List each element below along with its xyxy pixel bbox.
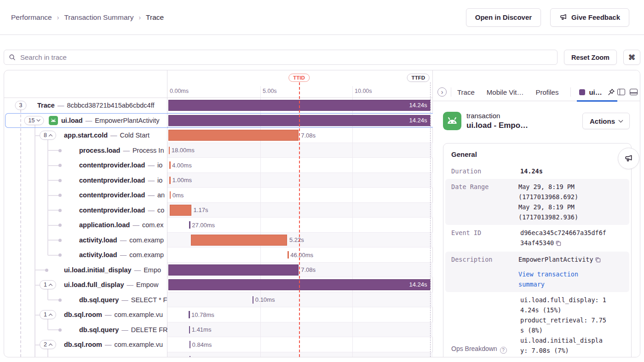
span-count-badge[interactable]: 1 <box>40 280 56 289</box>
span-bar[interactable] <box>168 130 299 141</box>
expand-panel-icon[interactable]: › <box>437 87 447 97</box>
span-label: contentprovider.load—co <box>79 203 167 218</box>
feedback-fab-button[interactable] <box>618 148 639 169</box>
span-tree-row[interactable]: contentprovider.load—io <box>4 158 167 173</box>
search-field[interactable] <box>4 50 558 65</box>
span-duration-row[interactable]: 14.24s <box>167 98 433 113</box>
span-duration-row[interactable]: 1.17s <box>167 203 433 218</box>
copy-icon[interactable] <box>555 239 561 249</box>
tab-mobile-vit[interactable]: Mobile Vit… <box>487 88 524 96</box>
ttid-marker-badge[interactable]: TTID <box>288 74 310 82</box>
span-duration-row[interactable]: 1.00ms <box>167 173 433 188</box>
span-tree-row[interactable]: 15ui.load—EmpowerPlantActivity <box>4 113 167 128</box>
kv-key: Event ID <box>451 228 520 249</box>
tab-trace[interactable]: Trace <box>457 88 475 96</box>
span-duration-row[interactable]: 7.08s <box>167 263 433 278</box>
span-bar[interactable] <box>190 341 191 348</box>
give-feedback-button[interactable]: Give Feedback <box>550 8 629 27</box>
kv-value: ui.load.full_display: 14.24s (15%)produc… <box>520 295 609 356</box>
span-bar[interactable] <box>170 191 171 199</box>
span-duration-row[interactable]: 27.00ms <box>167 218 433 233</box>
span-tree-row[interactable]: contentprovider.load—co <box>4 203 167 218</box>
span-tree-row[interactable]: db.sql.query—SELECT * F <box>4 293 167 308</box>
span-duration-row[interactable]: 0.10ms <box>167 293 433 308</box>
span-bar[interactable] <box>169 177 171 184</box>
span-tree-row[interactable]: 1ui.load.full_display—Empow <box>4 277 167 293</box>
span-bar[interactable] <box>253 296 254 304</box>
span-label: db.sql.query—DELETE FR <box>79 322 167 338</box>
span-bar[interactable] <box>190 356 191 358</box>
span-duration-label: 0.10ms <box>255 296 275 303</box>
open-in-discover-button[interactable]: Open in Discover <box>466 8 541 27</box>
chevron-up-icon <box>49 313 52 317</box>
span-duration-row[interactable]: 2.70ms <box>167 352 433 358</box>
shortcut-button[interactable]: ⌘ <box>623 50 640 65</box>
span-tree-row[interactable]: 3Trace—8cbbcd38721b415ab6cbdc4ff <box>4 98 167 113</box>
span-tree-row[interactable]: process.load—Process In <box>4 143 167 158</box>
span-bar[interactable] <box>189 221 190 229</box>
span-label: ui.load.initial_display—Empo <box>64 263 167 278</box>
span-label: contentprovider.load—io <box>79 173 167 188</box>
span-tree-row[interactable]: 8app.start.cold—Cold Start <box>4 128 167 143</box>
span-bar[interactable] <box>168 264 299 276</box>
span-duration-row[interactable]: 5.22s <box>167 233 433 248</box>
span-tree-row[interactable]: 2db.sql.room—com.example.vu <box>4 337 167 352</box>
span-duration-row[interactable]: 4.00ms <box>167 158 433 173</box>
view-transaction-summary-link[interactable]: View transaction summary <box>518 269 607 289</box>
actions-button[interactable]: Actions <box>582 113 630 129</box>
span-count-badge[interactable]: 2 <box>40 340 56 349</box>
span-duration-row[interactable]: 14.24s <box>167 113 433 128</box>
span-color-swatch <box>579 89 585 95</box>
ttfd-marker-badge[interactable]: TTFD <box>407 74 430 82</box>
breadcrumb-separator: › <box>138 14 141 21</box>
span-tree-row[interactable]: db.sql.query—DELETE FR <box>4 322 167 338</box>
span-duration-row[interactable]: 10.78ms <box>167 307 433 322</box>
pin-icon[interactable] <box>608 88 615 96</box>
span-bar[interactable] <box>170 205 191 216</box>
span-count-badge[interactable]: 8 <box>40 131 56 140</box>
breadcrumb-performance[interactable]: Performance <box>11 13 52 22</box>
span-duration-row[interactable]: 7.08s <box>167 128 433 143</box>
span-duration-row[interactable]: 0.84ms <box>167 337 433 352</box>
span-tree-row[interactable]: application.load—com.ex <box>4 218 167 233</box>
span-duration-row[interactable]: 18.00ms <box>167 143 433 158</box>
span-tree-row[interactable]: activity.load—com.examp <box>4 233 167 248</box>
tree-connector <box>48 180 59 181</box>
breadcrumb-transaction-summary[interactable]: Transaction Summary <box>64 13 133 22</box>
span-bar[interactable] <box>169 147 170 154</box>
span-count-badge[interactable]: 15 <box>24 116 44 125</box>
tree-connector <box>48 299 59 300</box>
span-duration-row[interactable]: 0ms <box>167 188 433 203</box>
span-tree-row[interactable]: db.sql.query—INSERT OR <box>4 352 167 358</box>
timeline-ruler: 0.00ms5.00s10.00sTTIDTTFD <box>167 70 432 98</box>
search-input[interactable] <box>19 53 552 62</box>
span-duration-row[interactable]: 14.24s <box>167 277 433 293</box>
copy-icon[interactable] <box>595 255 601 265</box>
span-duration-row[interactable]: 1.41ms <box>167 322 433 338</box>
span-label: db.sql.room—com.example.vu <box>64 337 167 352</box>
span-duration-label: 18.00ms <box>172 147 195 154</box>
span-bar[interactable] <box>191 235 287 246</box>
tab-profiles[interactable]: Profiles <box>535 88 558 96</box>
span-bar[interactable] <box>288 251 289 259</box>
reset-zoom-button[interactable]: Reset Zoom <box>564 50 617 65</box>
panel-bottom-icon[interactable] <box>630 89 638 95</box>
span-bar[interactable] <box>169 161 171 169</box>
span-tree-row[interactable]: ui.load.initial_display—Empo <box>4 263 167 278</box>
timeline-gridline <box>352 86 353 357</box>
search-icon <box>9 54 16 61</box>
span-tree-row[interactable]: 1db.sql.room—com.example.vu <box>4 307 167 322</box>
tab-active-span[interactable]: ui… <box>577 83 617 101</box>
megaphone-icon <box>559 13 567 21</box>
help-icon[interactable]: ? <box>500 347 507 354</box>
span-duration-label: 10.78ms <box>191 311 214 318</box>
span-count-badge[interactable]: 3 <box>15 101 27 110</box>
span-duration-row[interactable]: 46.00ms <box>167 247 433 263</box>
panel-left-icon[interactable] <box>617 89 625 95</box>
span-tree-row[interactable]: activity.load—com.examp <box>4 247 167 263</box>
span-bar[interactable] <box>189 326 190 333</box>
span-bar[interactable] <box>189 311 190 318</box>
span-count-badge[interactable]: 1 <box>40 310 56 319</box>
span-tree-row[interactable]: contentprovider.load—an <box>4 188 167 203</box>
span-tree-row[interactable]: contentprovider.load—io <box>4 173 167 188</box>
